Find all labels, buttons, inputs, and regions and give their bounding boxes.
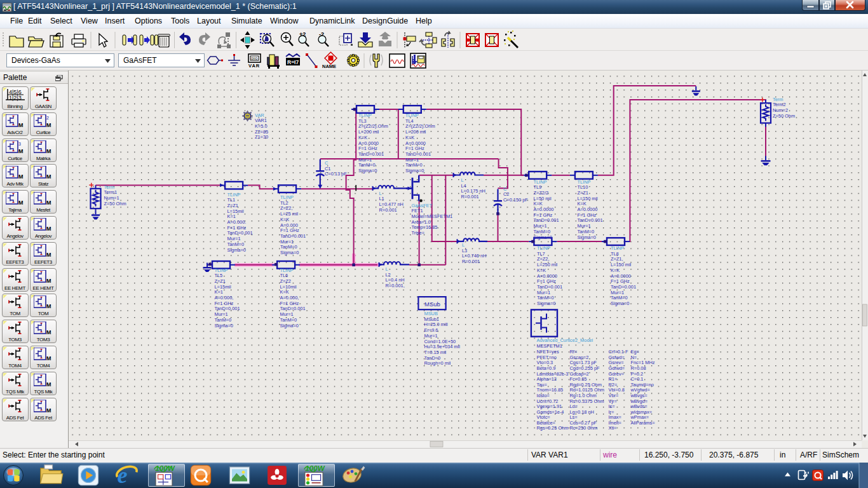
svg-text:M: M xyxy=(18,200,24,205)
svg-text:0II0: 0II0 xyxy=(251,57,258,60)
svg-text:M: M xyxy=(46,173,51,179)
svg-text:NAME: NAME xyxy=(322,64,336,69)
svg-text:M: M xyxy=(18,122,24,128)
svg-text:M: M xyxy=(46,252,51,257)
svg-text:M: M xyxy=(46,226,51,231)
svg-text:1|2|3: 1|2|3 xyxy=(9,95,22,101)
svg-text:MSub: MSub xyxy=(424,301,440,308)
svg-text:Eg=N=Fnc=1 MHzR=0.08P=0.2C=0.1: Eg=N=Fnc=1 MHzR=0.08P=0.2C=0.1Taumdl=now… xyxy=(630,349,655,426)
svg-text:3: 3 xyxy=(18,142,21,146)
svg-text:M: M xyxy=(46,278,51,283)
svg-text:M: M xyxy=(46,407,51,413)
svg-text:R=I7: R=I7 xyxy=(287,59,299,65)
svg-text:M: M xyxy=(46,303,51,309)
svg-text:M: M xyxy=(46,329,51,335)
svg-text:M: M xyxy=(46,200,51,205)
svg-text:M: M xyxy=(18,173,24,179)
svg-text:VAR: VAR xyxy=(248,63,260,69)
svg-text:2: 2 xyxy=(46,116,49,120)
svg-text:M: M xyxy=(46,381,51,387)
svg-text:M: M xyxy=(46,122,51,128)
svg-text:M: M xyxy=(46,355,51,361)
svg-text:M: M xyxy=(18,148,24,154)
svg-text:M: M xyxy=(46,148,51,154)
